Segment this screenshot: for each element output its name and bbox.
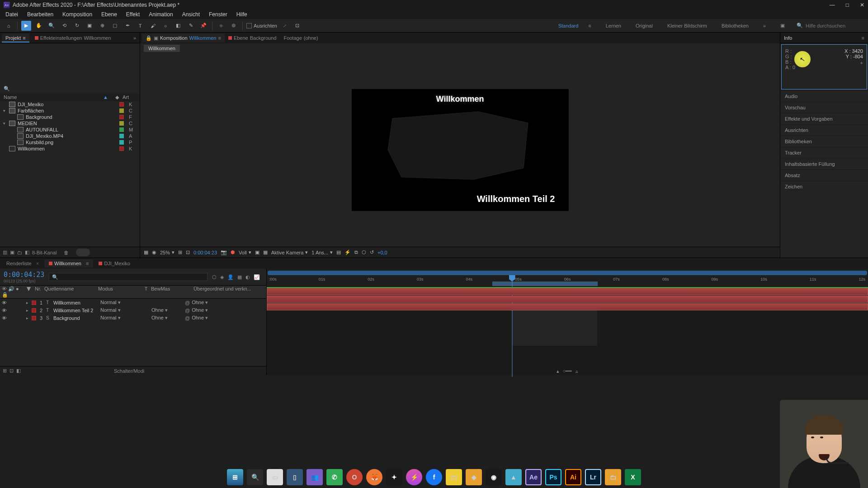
camera-dropdown[interactable]: Aktive Kamera ▾: [271, 249, 308, 255]
tab-effect-settings[interactable]: Effekteinstellungen Willkommen: [31, 34, 115, 42]
tab-menu-icon[interactable]: ≡: [86, 261, 89, 266]
project-search-input[interactable]: [13, 86, 136, 92]
zoom-out-icon[interactable]: ▴: [557, 368, 559, 374]
roto-tool[interactable]: ✎: [186, 21, 196, 31]
interpret-icon[interactable]: ▥: [3, 249, 7, 255]
taskbar-app-1[interactable]: ▯: [287, 469, 303, 485]
obs-icon[interactable]: ◉: [486, 469, 502, 485]
workspace-menu-icon[interactable]: ≡: [585, 21, 594, 30]
motion-blur-icon[interactable]: ◐: [245, 274, 250, 280]
composition-viewer[interactable]: Willkommen Willkommen Teil 2: [140, 53, 780, 247]
panel-menu-icon[interactable]: ≡: [862, 35, 864, 41]
project-item[interactable]: ▾FarbflächenC: [0, 108, 140, 114]
tab-menu-icon[interactable]: ≡: [218, 35, 221, 41]
explorer-icon[interactable]: 🗀: [446, 469, 462, 485]
sort-icon[interactable]: ▲: [103, 94, 108, 100]
color-depth[interactable]: 8-Bit-Kanal: [32, 250, 57, 255]
visibility-icon[interactable]: 👁: [2, 315, 7, 321]
menu-effekt[interactable]: Effekt: [123, 10, 143, 19]
lock-icon[interactable]: 🔒: [146, 35, 152, 41]
twirl-icon[interactable]: ▸: [26, 300, 30, 305]
breadcrumb[interactable]: Willkommen: [144, 45, 180, 52]
tab-renderliste[interactable]: Renderliste×: [2, 259, 43, 267]
eraser-tool[interactable]: ◧: [173, 21, 183, 31]
schalter-modi-button[interactable]: Schalter/Modi: [114, 368, 144, 374]
label-color-icon[interactable]: [119, 102, 124, 107]
panel-section[interactable]: Zeichen: [780, 181, 868, 192]
workspace-original[interactable]: Original: [633, 21, 656, 30]
panel-section[interactable]: Tracker: [780, 147, 868, 158]
orbit-tool[interactable]: ⟲: [59, 21, 69, 31]
facebook-icon[interactable]: f: [426, 469, 442, 485]
twirl-icon[interactable]: ▾: [3, 108, 8, 113]
illustrator-icon[interactable]: Ai: [565, 469, 581, 485]
layer-bar-2[interactable]: [267, 296, 868, 303]
tab-layer-background[interactable]: Ebene Background: [225, 34, 280, 42]
hand-tool[interactable]: ✋: [34, 21, 44, 31]
close-button[interactable]: ✕: [860, 2, 864, 8]
panel-section[interactable]: Inhaltsbasierte Füllung: [780, 158, 868, 169]
pickwhip-icon[interactable]: @: [185, 308, 190, 313]
menu-ansicht[interactable]: Ansicht: [179, 10, 203, 19]
tab-info[interactable]: Info: [784, 35, 792, 41]
frame-blend-icon[interactable]: ▦: [237, 274, 242, 280]
zoom-dropdown[interactable]: 25% ▾: [160, 249, 175, 255]
puppet-tool[interactable]: 📌: [198, 21, 208, 31]
panel-section[interactable]: Effekte und Vorgaben: [780, 113, 868, 124]
tab-timeline-willkommen[interactable]: Willkommen ≡: [44, 259, 93, 267]
workspace-bibliotheken[interactable]: Bibliotheken: [719, 21, 751, 30]
snap-icon[interactable]: ⟋: [280, 21, 290, 31]
toggle-in-out-icon[interactable]: ◧: [16, 368, 21, 374]
layer-row[interactable]: 👁 ▸ 1 T Willkommen Normal ▾ @Ohne ▾: [0, 299, 266, 306]
label-color-icon[interactable]: [119, 127, 124, 132]
project-item[interactable]: BackgroundF: [0, 114, 140, 120]
label-color-icon[interactable]: [119, 115, 124, 119]
align-checkbox[interactable]: Ausrichten: [246, 23, 277, 28]
toggle-alpha-icon[interactable]: ▦: [144, 249, 148, 255]
parent-dropdown[interactable]: Ohne ▾: [192, 307, 208, 313]
pixel-aspect-icon[interactable]: ▤: [336, 249, 341, 255]
label-color-icon[interactable]: [119, 134, 124, 138]
res-icon[interactable]: ⊞: [178, 249, 182, 255]
panel-section[interactable]: Absatz: [780, 169, 868, 181]
taskbar-app-5[interactable]: 🗀: [605, 469, 621, 485]
panel-section[interactable]: Audio: [780, 90, 868, 102]
timeline-tracks[interactable]: :00s01s02s03s04s05s06s07s08s09s10s11s12s…: [267, 269, 868, 375]
camera-tool[interactable]: ▣: [85, 21, 94, 31]
teams-icon[interactable]: 👥: [307, 469, 323, 485]
playhead[interactable]: [509, 275, 515, 282]
timeline-search-input[interactable]: [49, 273, 208, 281]
search-button[interactable]: 🔍: [247, 469, 263, 485]
viewer-time[interactable]: 0:00:04:23: [193, 250, 217, 255]
project-item[interactable]: DJI_MexikoK: [0, 101, 140, 108]
tab-footage[interactable]: Footage (ohne): [280, 34, 321, 42]
rotate-tool[interactable]: ↻: [72, 21, 82, 31]
selection-tool[interactable]: ▶: [21, 21, 31, 31]
whatsapp-icon[interactable]: ✆: [326, 469, 343, 485]
resolution-dropdown[interactable]: Voll ▾: [239, 249, 251, 255]
maximize-button[interactable]: □: [846, 2, 849, 8]
roi-icon[interactable]: ▣: [255, 249, 259, 255]
menu-hilfe[interactable]: Hilfe: [233, 10, 251, 19]
menu-animation[interactable]: Animation: [145, 10, 176, 19]
tab-project[interactable]: Projekt ≡: [2, 34, 29, 42]
panel-more-icon[interactable]: »: [132, 35, 138, 41]
toggle-switches-icon[interactable]: ⊞: [3, 368, 7, 374]
task-view-icon[interactable]: ▭: [267, 469, 283, 485]
pen-tool[interactable]: ✒: [123, 21, 132, 31]
blend-mode-dropdown[interactable]: Normal ▾: [100, 300, 134, 305]
menu-komposition[interactable]: Komposition: [59, 10, 96, 19]
pickwhip-icon[interactable]: @: [185, 315, 190, 321]
delete-icon[interactable]: 🗑: [64, 250, 69, 255]
snapshot-icon[interactable]: 📷: [221, 249, 227, 255]
messenger-icon[interactable]: ⚡: [406, 469, 422, 485]
help-search-input[interactable]: [806, 23, 860, 28]
pickwhip-icon[interactable]: @: [185, 300, 190, 305]
start-button[interactable]: ⊞: [227, 469, 243, 485]
menu-datei[interactable]: Datei: [2, 10, 22, 19]
twirl-icon[interactable]: ▸: [26, 308, 30, 313]
visibility-icon[interactable]: 👁: [2, 300, 7, 305]
zoom-in-icon[interactable]: ▵: [576, 368, 578, 374]
minimize-button[interactable]: —: [830, 2, 835, 8]
views-dropdown[interactable]: 1 Ans... ▾: [311, 249, 333, 255]
